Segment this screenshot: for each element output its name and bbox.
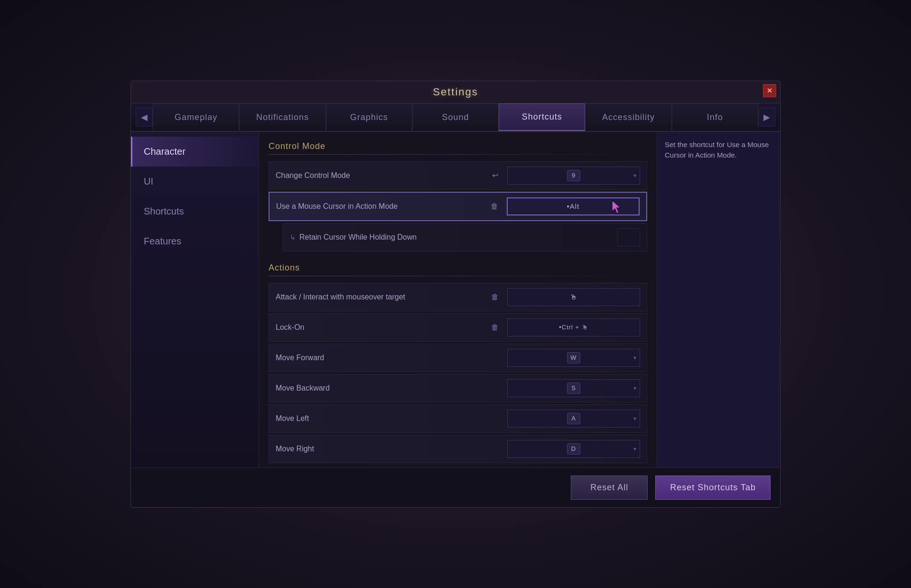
nav-arrow-right[interactable]: ▶ [758,108,775,127]
label-attack-interact: Attack / Interact with mouseover target [276,293,487,301]
section-control-mode-title: Control Mode [269,141,647,151]
dropdown-arrow-icon: ▾ [633,385,637,392]
sidebar: Character UI Shortcuts Features [131,132,259,467]
window-title: Settings [433,86,478,98]
row-move-left: Move Left A ▾ [269,404,647,433]
action-move-backward: S ▾ [507,379,640,397]
bottom-bar: Reset All Reset Shortcuts Tab [131,467,780,507]
reset-icon-change-control-mode[interactable]: ↩ [487,168,502,183]
info-text: Set the shortcut for Use a Mouse Cursor … [665,140,769,159]
sidebar-item-features[interactable]: Features [131,226,259,256]
keybind-move-forward[interactable]: W ▾ [507,349,640,367]
tab-info[interactable]: Info [672,103,758,131]
nav-arrow-left[interactable]: ◀ [136,108,153,127]
sidebar-item-shortcuts[interactable]: Shortcuts [131,196,259,226]
tab-gameplay[interactable]: Gameplay [153,103,239,131]
label-move-right: Move Right [276,445,507,453]
row-retain-cursor: ↳ Retain Cursor While Holding Down [283,223,647,252]
tab-accessibility[interactable]: Accessibility [585,103,671,131]
trash-icon-use-mouse-cursor[interactable]: 🗑 [487,199,502,214]
trash-icon-lock-on[interactable]: 🗑 [487,320,502,335]
label-move-backward: Move Backward [276,384,507,392]
settings-window: Settings ✕ ◀ Gameplay Notifications Grap… [130,81,781,508]
action-attack-interact: 🗑 🖱 [487,288,640,306]
label-move-forward: Move Forward [276,354,507,362]
dropdown-arrow-icon: ▾ [633,172,637,179]
tab-notifications[interactable]: Notifications [239,103,325,131]
section-control-mode-divider [269,154,647,155]
row-lock-on: Lock-On 🗑 •Ctrl + 🖱 [269,313,647,342]
action-retain-cursor [617,228,640,246]
row-move-backward: Move Backward S ▾ [269,374,647,402]
mouse-cursor-icon [611,199,624,215]
action-change-control-mode: ↩ 9 ▾ [487,167,640,185]
label-move-left: Move Left [276,414,507,423]
main-content: Character UI Shortcuts Features Control … [131,132,780,467]
row-use-mouse-cursor: Use a Mouse Cursor in Action Mode 🗑 •Alt [269,192,647,221]
sidebar-item-character[interactable]: Character [131,137,259,167]
info-panel: Set the shortcut for Use a Mouse Cursor … [657,132,780,467]
dropdown-arrow-icon: ▾ [633,415,637,422]
row-move-right: Move Right D ▾ [269,435,647,463]
section-actions-title: Actions [269,263,647,273]
tab-shortcuts[interactable]: Shortcuts [499,103,585,131]
keybind-move-left[interactable]: A ▾ [507,410,640,428]
label-change-control-mode: Change Control Mode [276,171,487,180]
action-move-left: A ▾ [507,410,640,428]
tab-graphics[interactable]: Graphics [326,103,412,131]
keybind-attack-interact[interactable]: 🖱 [507,288,640,306]
keybind-retain-cursor-empty[interactable] [617,228,640,246]
section-actions-divider [269,276,647,276]
trash-icon-attack-interact[interactable]: 🗑 [487,289,502,305]
action-move-forward: W ▾ [507,349,640,367]
row-attack-interact: Attack / Interact with mouseover target … [269,283,647,311]
title-bar: Settings ✕ [131,81,780,103]
label-use-mouse-cursor: Use a Mouse Cursor in Action Mode [276,202,487,211]
label-retain-cursor: ↳ Retain Cursor While Holding Down [290,233,617,242]
row-move-forward: Move Forward W ▾ [269,344,647,372]
dropdown-arrow-icon: ▾ [633,446,637,452]
reset-all-button[interactable]: Reset All [571,476,648,500]
action-use-mouse-cursor: 🗑 •Alt [487,197,640,215]
keybind-move-right[interactable]: D ▾ [507,440,640,458]
sidebar-item-ui[interactable]: UI [131,167,259,196]
keybind-change-control-mode[interactable]: 9 ▾ [507,167,640,185]
svg-marker-0 [612,200,621,214]
action-move-right: D ▾ [507,440,640,458]
keybind-lock-on[interactable]: •Ctrl + 🖱 [507,318,640,336]
keybind-use-mouse-cursor[interactable]: •Alt [507,197,640,215]
label-lock-on: Lock-On [276,323,487,332]
content-panel: Control Mode Change Control Mode ↩ 9 ▾ [259,132,657,467]
keybind-move-backward[interactable]: S ▾ [507,379,640,397]
action-lock-on: 🗑 •Ctrl + 🖱 [487,318,640,336]
reset-shortcuts-tab-button[interactable]: Reset Shortcuts Tab [655,476,771,500]
close-button[interactable]: ✕ [763,84,776,97]
row-change-control-mode: Change Control Mode ↩ 9 ▾ [269,161,647,190]
tab-navigation: ◀ Gameplay Notifications Graphics Sound … [131,103,780,132]
tab-sound[interactable]: Sound [412,103,499,131]
dropdown-arrow-icon: ▾ [633,355,637,361]
